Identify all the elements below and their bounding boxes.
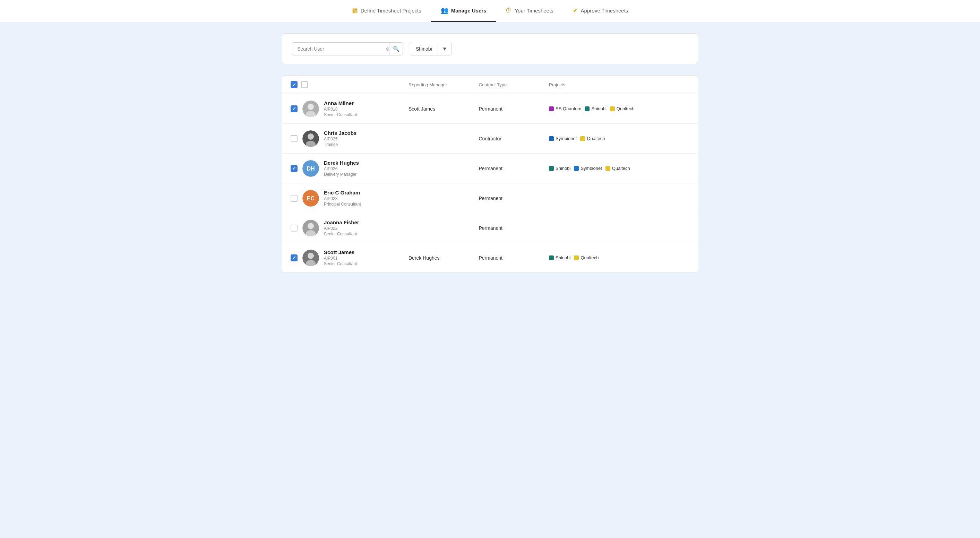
nav-tab-approve[interactable]: ✔Approve Timesheets [563, 0, 638, 22]
user-info-eric-c-graham: Eric C GrahamAIP023Principal Consultant [324, 190, 361, 206]
project-label: Symbionet [555, 136, 577, 141]
avatar-derek-hughes: DH [302, 160, 319, 177]
user-code-scott-james: AIP001 [324, 256, 357, 261]
project-dot [549, 136, 554, 141]
search-filter-bar: ⊗ 🔍 Shinobi ▼ [282, 33, 698, 64]
user-name-anna-milner: Anna Milner [324, 100, 357, 106]
svg-point-1 [308, 104, 314, 110]
project-label: Shinobi [555, 166, 570, 171]
project-dot [574, 166, 579, 171]
row-checkbox-anna-milner[interactable] [291, 105, 298, 112]
table-row: Scott JamesAIP001Senior ConsultantDerek … [282, 243, 698, 273]
svg-point-14 [308, 253, 314, 259]
row-left-eric-c-graham: ECEric C GrahamAIP023Principal Consultan… [291, 190, 409, 206]
user-name-chris-jacobs: Chris Jacobs [324, 130, 356, 136]
project-dot [574, 256, 579, 260]
project-label: Qualtech [581, 255, 598, 260]
project-label: Qualtech [587, 136, 605, 141]
col-header-manager: Reporting Manager [409, 82, 479, 87]
avatar-scott-james [302, 249, 319, 266]
project-label: Symbionet [581, 166, 602, 171]
your-tab-icon: ⏱ [506, 7, 512, 14]
col-header-projects: Projects [549, 82, 689, 87]
table-row: Joanna FisherAIP022Senior ConsultantPerm… [282, 213, 698, 243]
project-tag: Qualtech [610, 106, 635, 111]
manage-tab-label: Manage Users [451, 8, 487, 14]
svg-text:EC: EC [307, 195, 315, 202]
user-role-chris-jacobs: Trainee [324, 142, 356, 147]
project-dot [606, 166, 610, 171]
row-checkbox-eric-c-graham[interactable] [291, 195, 298, 202]
your-tab-label: Your Timesheets [515, 8, 553, 14]
svg-point-4 [308, 133, 314, 140]
select-all-checkbox[interactable] [291, 81, 298, 88]
row-contract-scott-james: Permanent [479, 255, 549, 261]
row-contract-anna-milner: Permanent [479, 106, 549, 112]
project-label: Qualtech [612, 166, 630, 171]
filter-value: Shinobi [410, 43, 438, 55]
row-projects-derek-hughes: ShinobiSymbionetQualtech [549, 166, 689, 171]
user-role-joanna-fisher: Senior Consultant [324, 232, 359, 236]
project-tag: Qualtech [574, 255, 598, 260]
row-projects-chris-jacobs: SymbionetQualtech [549, 136, 689, 141]
project-tag: Symbionet [574, 166, 602, 171]
user-code-derek-hughes: AIP026 [324, 167, 359, 171]
user-name-scott-james: Scott James [324, 249, 357, 255]
approve-tab-label: Approve Timesheets [581, 8, 628, 14]
nav-tab-manage[interactable]: 👥Manage Users [431, 0, 496, 22]
project-label: Qualtech [617, 106, 635, 111]
user-role-eric-c-graham: Principal Consultant [324, 202, 361, 206]
approve-tab-icon: ✔ [573, 6, 578, 14]
row-left-anna-milner: Anna MilnerAIP018Senior Consultant [291, 100, 409, 117]
row-checkbox-chris-jacobs[interactable] [291, 135, 298, 142]
row-left-scott-james: Scott JamesAIP001Senior Consultant [291, 249, 409, 266]
row-checkbox-derek-hughes[interactable] [291, 165, 298, 172]
project-tag: Symbionet [549, 136, 577, 141]
filter-wrapper: Shinobi ▼ [410, 42, 452, 56]
user-info-scott-james: Scott JamesAIP001Senior Consultant [324, 249, 357, 266]
project-dot [610, 106, 615, 111]
users-table: Reporting Manager Contract Type Projects… [282, 75, 698, 273]
avatar-chris-jacobs [302, 130, 319, 147]
row-checkbox-scott-james[interactable] [291, 254, 298, 261]
table-body: Anna MilnerAIP018Senior ConsultantScott … [282, 94, 698, 273]
project-label: Shinobi [591, 106, 606, 111]
top-navigation: ▦Define Timesheet Projects👥Manage Users⏱… [0, 0, 980, 22]
define-tab-label: Define Timesheet Projects [361, 8, 422, 14]
header-checkbox-area [291, 81, 409, 88]
user-code-anna-milner: AIP018 [324, 107, 357, 112]
project-dot [549, 256, 554, 260]
table-row: ECEric C GrahamAIP023Principal Consultan… [282, 183, 698, 213]
project-dot [549, 106, 554, 111]
row-left-joanna-fisher: Joanna FisherAIP022Senior Consultant [291, 219, 409, 236]
user-info-joanna-fisher: Joanna FisherAIP022Senior Consultant [324, 219, 359, 236]
user-role-scott-james: Senior Consultant [324, 261, 357, 266]
deselect-all-checkbox[interactable] [301, 81, 308, 88]
project-tag: Shinobi [585, 106, 606, 111]
row-manager-scott-james: Derek Hughes [409, 255, 479, 261]
col-header-contract: Contract Type [479, 82, 549, 87]
search-wrapper: ⊗ 🔍 [292, 42, 403, 56]
row-left-chris-jacobs: Chris JacobsAIP025Trainee [291, 130, 409, 147]
search-button[interactable]: 🔍 [389, 43, 403, 55]
filter-button[interactable]: ▼ [438, 42, 452, 55]
nav-tab-your[interactable]: ⏱Your Timesheets [496, 0, 563, 22]
row-checkbox-joanna-fisher[interactable] [291, 225, 298, 232]
row-projects-scott-james: ShinobiQualtech [549, 255, 689, 260]
svg-point-11 [308, 223, 314, 229]
nav-tab-define[interactable]: ▦Define Timesheet Projects [342, 0, 431, 22]
project-label: SS Quantum [555, 106, 581, 111]
row-manager-anna-milner: Scott James [409, 106, 479, 112]
user-name-joanna-fisher: Joanna Fisher [324, 219, 359, 225]
avatar-anna-milner [302, 100, 319, 117]
project-dot [580, 136, 585, 141]
row-projects-anna-milner: SS QuantumShinobiQualtech [549, 106, 689, 111]
project-tag: Shinobi [549, 255, 570, 260]
project-label: Shinobi [555, 255, 570, 260]
table-row: Anna MilnerAIP018Senior ConsultantScott … [282, 94, 698, 124]
project-tag: Qualtech [580, 136, 605, 141]
user-info-chris-jacobs: Chris JacobsAIP025Trainee [324, 130, 356, 147]
row-left-derek-hughes: DHDerek HughesAIP026Delivery Manager [291, 160, 409, 177]
project-dot [549, 166, 554, 171]
avatar-eric-c-graham: EC [302, 190, 319, 206]
